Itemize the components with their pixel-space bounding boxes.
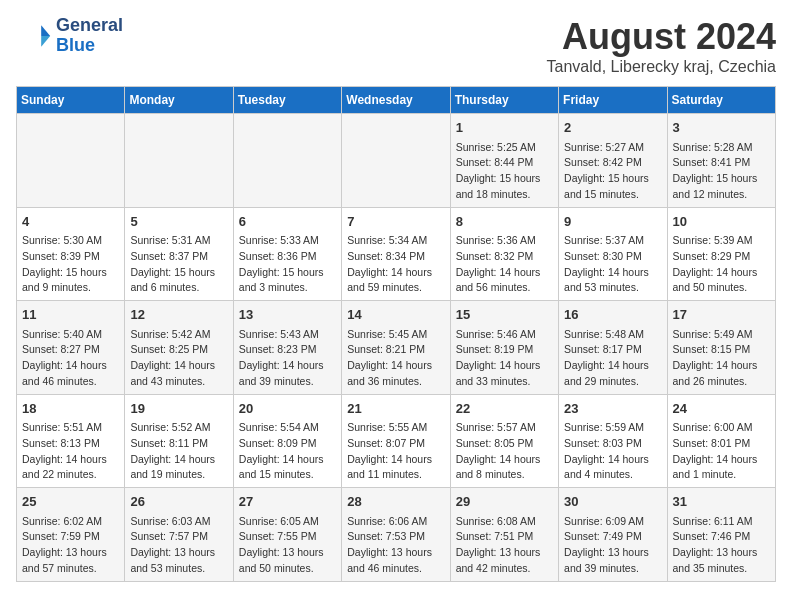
day-number: 1 [456,118,553,138]
day-detail: Daylight: 14 hours [239,452,336,468]
day-number: 11 [22,305,119,325]
day-detail: Daylight: 13 hours [564,545,661,561]
calendar-cell [17,114,125,208]
calendar-cell [125,114,233,208]
day-detail: Sunset: 7:59 PM [22,529,119,545]
day-detail: Sunrise: 5:39 AM [673,233,770,249]
day-detail: and 36 minutes. [347,374,444,390]
day-number: 13 [239,305,336,325]
day-detail: Sunrise: 6:03 AM [130,514,227,530]
day-detail: and 53 minutes. [130,561,227,577]
weekday-header-sunday: Sunday [17,87,125,114]
title-block: August 2024 Tanvald, Liberecky kraj, Cze… [547,16,776,76]
day-number: 10 [673,212,770,232]
calendar-week-1: 1Sunrise: 5:25 AMSunset: 8:44 PMDaylight… [17,114,776,208]
calendar-cell [233,114,341,208]
day-detail: Daylight: 14 hours [130,358,227,374]
day-detail: Sunrise: 5:52 AM [130,420,227,436]
day-detail: and 19 minutes. [130,467,227,483]
day-number: 8 [456,212,553,232]
day-detail: Daylight: 15 hours [564,171,661,187]
day-detail: Sunset: 8:19 PM [456,342,553,358]
calendar-cell: 1Sunrise: 5:25 AMSunset: 8:44 PMDaylight… [450,114,558,208]
day-detail: and 56 minutes. [456,280,553,296]
day-detail: Sunrise: 6:02 AM [22,514,119,530]
day-detail: Sunset: 8:23 PM [239,342,336,358]
day-number: 20 [239,399,336,419]
day-detail: Sunrise: 5:34 AM [347,233,444,249]
logo: General Blue [16,16,123,56]
day-detail: Daylight: 13 hours [130,545,227,561]
day-detail: Sunset: 7:51 PM [456,529,553,545]
weekday-header-row: SundayMondayTuesdayWednesdayThursdayFrid… [17,87,776,114]
day-detail: Sunset: 8:13 PM [22,436,119,452]
day-detail: Daylight: 13 hours [673,545,770,561]
day-detail: and 42 minutes. [456,561,553,577]
day-number: 3 [673,118,770,138]
day-detail: Sunset: 8:37 PM [130,249,227,265]
calendar-cell: 16Sunrise: 5:48 AMSunset: 8:17 PMDayligh… [559,301,667,395]
day-detail: Daylight: 14 hours [347,265,444,281]
day-detail: Daylight: 15 hours [673,171,770,187]
calendar-table: SundayMondayTuesdayWednesdayThursdayFrid… [16,86,776,582]
day-number: 4 [22,212,119,232]
day-number: 17 [673,305,770,325]
day-number: 16 [564,305,661,325]
calendar-cell: 2Sunrise: 5:27 AMSunset: 8:42 PMDaylight… [559,114,667,208]
day-number: 22 [456,399,553,419]
day-detail: and 18 minutes. [456,187,553,203]
logo-text: General Blue [56,16,123,56]
day-detail: Sunset: 8:29 PM [673,249,770,265]
day-detail: Daylight: 14 hours [239,358,336,374]
day-detail: Daylight: 14 hours [22,358,119,374]
day-detail: Sunrise: 5:54 AM [239,420,336,436]
calendar-cell: 14Sunrise: 5:45 AMSunset: 8:21 PMDayligh… [342,301,450,395]
calendar-cell: 9Sunrise: 5:37 AMSunset: 8:30 PMDaylight… [559,207,667,301]
calendar-cell: 11Sunrise: 5:40 AMSunset: 8:27 PMDayligh… [17,301,125,395]
calendar-cell: 29Sunrise: 6:08 AMSunset: 7:51 PMDayligh… [450,488,558,582]
day-detail: Daylight: 14 hours [564,452,661,468]
day-detail: and 9 minutes. [22,280,119,296]
day-number: 31 [673,492,770,512]
calendar-cell: 3Sunrise: 5:28 AMSunset: 8:41 PMDaylight… [667,114,775,208]
day-detail: Sunset: 8:05 PM [456,436,553,452]
day-detail: and 8 minutes. [456,467,553,483]
day-detail: and 1 minute. [673,467,770,483]
calendar-cell: 4Sunrise: 5:30 AMSunset: 8:39 PMDaylight… [17,207,125,301]
day-number: 18 [22,399,119,419]
svg-marker-1 [41,36,50,47]
calendar-cell: 19Sunrise: 5:52 AMSunset: 8:11 PMDayligh… [125,394,233,488]
calendar-cell: 21Sunrise: 5:55 AMSunset: 8:07 PMDayligh… [342,394,450,488]
day-detail: Sunrise: 6:06 AM [347,514,444,530]
day-number: 2 [564,118,661,138]
day-detail: and 15 minutes. [564,187,661,203]
day-detail: Daylight: 15 hours [130,265,227,281]
day-detail: Sunset: 8:32 PM [456,249,553,265]
calendar-cell: 12Sunrise: 5:42 AMSunset: 8:25 PMDayligh… [125,301,233,395]
day-detail: Sunrise: 5:43 AM [239,327,336,343]
day-detail: Daylight: 14 hours [673,265,770,281]
day-detail: Sunrise: 6:08 AM [456,514,553,530]
calendar-cell: 5Sunrise: 5:31 AMSunset: 8:37 PMDaylight… [125,207,233,301]
logo-icon [16,18,52,54]
day-detail: Daylight: 13 hours [239,545,336,561]
day-number: 15 [456,305,553,325]
calendar-cell: 17Sunrise: 5:49 AMSunset: 8:15 PMDayligh… [667,301,775,395]
calendar-cell: 28Sunrise: 6:06 AMSunset: 7:53 PMDayligh… [342,488,450,582]
calendar-cell: 26Sunrise: 6:03 AMSunset: 7:57 PMDayligh… [125,488,233,582]
day-detail: Sunrise: 5:33 AM [239,233,336,249]
day-detail: and 29 minutes. [564,374,661,390]
day-detail: Sunset: 8:34 PM [347,249,444,265]
day-detail: Daylight: 14 hours [673,452,770,468]
day-number: 26 [130,492,227,512]
day-detail: and 6 minutes. [130,280,227,296]
day-detail: and 43 minutes. [130,374,227,390]
day-detail: Daylight: 14 hours [22,452,119,468]
day-detail: and 39 minutes. [239,374,336,390]
day-detail: and 50 minutes. [673,280,770,296]
page-header: General Blue August 2024 Tanvald, Libere… [16,16,776,76]
day-detail: and 26 minutes. [673,374,770,390]
logo-line2: Blue [56,36,123,56]
day-detail: Sunrise: 5:46 AM [456,327,553,343]
day-detail: Sunrise: 5:55 AM [347,420,444,436]
